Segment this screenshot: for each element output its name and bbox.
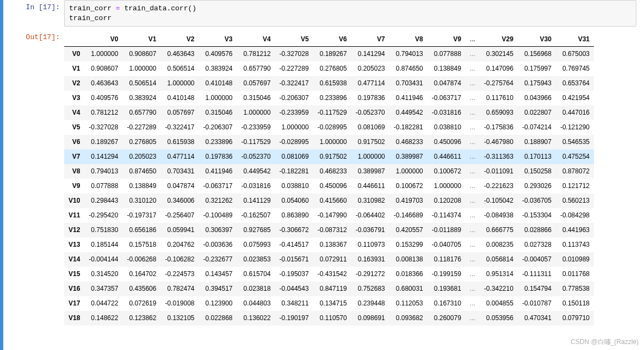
- table-cell: 0.138367: [313, 238, 351, 252]
- table-cell: 0.781212: [237, 47, 275, 61]
- table-cell: 0.314520: [84, 267, 122, 282]
- dataframe-output: V0V1V2V3V4V5V6V7V8V9...V29V30V31 V01.000…: [64, 30, 644, 326]
- table-cell: -0.015671: [275, 252, 313, 267]
- table-row[interactable]: V60.1892670.2768050.6159380.233896-0.117…: [64, 135, 594, 149]
- table-cell: 1.000000: [275, 120, 313, 135]
- table-cell: 0.047874: [160, 179, 199, 193]
- table-row[interactable]: V160.3473570.4356060.7824740.3945170.023…: [64, 282, 594, 296]
- table-cell: 0.752683: [351, 282, 389, 296]
- table-cell: 0.197836: [199, 149, 237, 164]
- table-cell: 0.449542: [389, 105, 428, 120]
- table-cell: 0.163931: [351, 252, 389, 267]
- table-cell: 0.450096: [428, 135, 466, 149]
- table-cell: -0.233959: [237, 120, 275, 135]
- table-cell: 0.156968: [518, 47, 556, 61]
- table-row[interactable]: V01.0000000.9086070.4636430.4095760.7812…: [64, 47, 594, 61]
- table-cell: 0.164702: [122, 267, 160, 282]
- table-row[interactable]: V170.0447220.072619-0.0190080.1239000.04…: [64, 296, 594, 311]
- table-cell: ...: [466, 238, 480, 252]
- table-cell: 0.136022: [237, 311, 275, 326]
- table-row[interactable]: V90.0778880.1388490.047874-0.063717-0.03…: [64, 179, 594, 193]
- table-cell: 0.154794: [518, 282, 556, 296]
- column-header: V4: [237, 32, 275, 47]
- table-cell: 0.110570: [313, 311, 351, 326]
- table-cell: 0.310982: [351, 193, 389, 208]
- table-row[interactable]: V30.4095760.3839240.4101481.0000000.3150…: [64, 91, 594, 105]
- table-row[interactable]: V130.1851440.1575180.204762-0.0036360.07…: [64, 238, 594, 252]
- table-cell: -0.087312: [313, 223, 351, 238]
- table-cell: -0.199159: [428, 267, 466, 282]
- table-cell: -0.036705: [518, 193, 556, 208]
- table-cell: 0.276805: [122, 135, 160, 149]
- table-cell: 1.000000: [160, 76, 199, 91]
- table-cell: 0.044803: [237, 296, 275, 311]
- table-cell: 0.059941: [160, 223, 199, 238]
- row-header: V18: [64, 311, 84, 326]
- table-row[interactable]: V100.2984430.3101200.3460060.3212620.141…: [64, 193, 594, 208]
- table-cell: 0.057697: [160, 105, 199, 120]
- table-row[interactable]: V180.1486220.1238620.1321050.0228680.136…: [64, 311, 594, 326]
- code-input[interactable]: train_corr = train_data.corr() train_cor…: [64, 0, 636, 27]
- table-cell: 0.560213: [556, 193, 594, 208]
- table-cell: 0.072619: [122, 296, 160, 311]
- table-cell: 0.175943: [518, 76, 556, 91]
- table-row[interactable]: V70.1412940.2050230.4771140.197836-0.052…: [64, 149, 594, 164]
- row-header: V9: [64, 179, 84, 193]
- table-cell: 0.053956: [480, 311, 518, 326]
- row-header: V1: [64, 61, 84, 76]
- table-cell: -0.311363: [480, 149, 518, 164]
- table-cell: 0.657790: [237, 61, 275, 76]
- table-cell: 0.409576: [84, 91, 122, 105]
- table-cell: -0.467980: [480, 135, 518, 149]
- table-cell: 0.409576: [199, 47, 237, 61]
- table-cell: 0.044722: [84, 296, 122, 311]
- column-header: V6: [313, 32, 351, 47]
- table-cell: 0.117610: [480, 91, 518, 105]
- table-cell: 0.546535: [556, 135, 594, 149]
- table-cell: 0.468233: [313, 164, 351, 179]
- table-cell: 0.011768: [556, 267, 594, 282]
- table-cell: 0.153299: [389, 238, 428, 252]
- table-row[interactable]: V11-0.295420-0.197317-0.256407-0.100489-…: [64, 208, 594, 223]
- table-cell: 0.010989: [556, 252, 594, 267]
- row-header: V17: [64, 296, 84, 311]
- table-row[interactable]: V80.7940130.8746500.7034310.4119460.4495…: [64, 164, 594, 179]
- table-cell: -0.074214: [518, 120, 556, 135]
- table-cell: -0.227289: [275, 61, 313, 76]
- table-cell: -0.117529: [237, 135, 275, 149]
- row-header: V16: [64, 282, 84, 296]
- table-cell: 0.321262: [199, 193, 237, 208]
- table-cell: 0.475254: [556, 149, 594, 164]
- table-cell: 0.093682: [389, 311, 428, 326]
- table-cell: -0.414517: [275, 238, 313, 252]
- row-header: V13: [64, 238, 84, 252]
- table-cell: 0.927685: [237, 223, 275, 238]
- table-cell: -0.004057: [518, 252, 556, 267]
- table-cell: 0.038810: [275, 179, 313, 193]
- table-cell: 0.150118: [556, 296, 594, 311]
- table-cell: -0.146689: [389, 208, 428, 223]
- table-cell: -0.342210: [480, 282, 518, 296]
- table-cell: 0.028866: [518, 223, 556, 238]
- table-cell: 0.394517: [199, 282, 237, 296]
- table-cell: 0.463643: [160, 47, 199, 61]
- table-row[interactable]: V14-0.004144-0.006268-0.106282-0.2326770…: [64, 252, 594, 267]
- table-cell: 0.147096: [480, 61, 518, 76]
- table-cell: 0.134715: [313, 296, 351, 311]
- column-header: V1: [122, 32, 160, 47]
- table-row[interactable]: V120.7518300.6561860.0599410.3063970.927…: [64, 223, 594, 238]
- table-cell: 0.157518: [122, 238, 160, 252]
- table-row[interactable]: V40.7812120.6577900.0576970.3150461.0000…: [64, 105, 594, 120]
- table-row[interactable]: V20.4636430.5065141.0000000.4101480.0576…: [64, 76, 594, 91]
- table-row[interactable]: V150.3145200.164702-0.2245730.1434570.61…: [64, 267, 594, 282]
- table-row[interactable]: V10.9086071.0000000.5065140.3839240.6577…: [64, 61, 594, 76]
- table-cell: 0.077888: [84, 179, 122, 193]
- table-cell: 0.383924: [199, 61, 237, 76]
- table-cell: 0.383924: [122, 91, 160, 105]
- table-cell: 0.450096: [313, 179, 351, 193]
- table-cell: -0.232677: [199, 252, 237, 267]
- table-cell: 0.138849: [428, 61, 466, 76]
- table-cell: -0.064402: [351, 208, 389, 223]
- table-row[interactable]: V5-0.327028-0.227289-0.322417-0.206307-0…: [64, 120, 594, 135]
- table-cell: 0.233896: [199, 135, 237, 149]
